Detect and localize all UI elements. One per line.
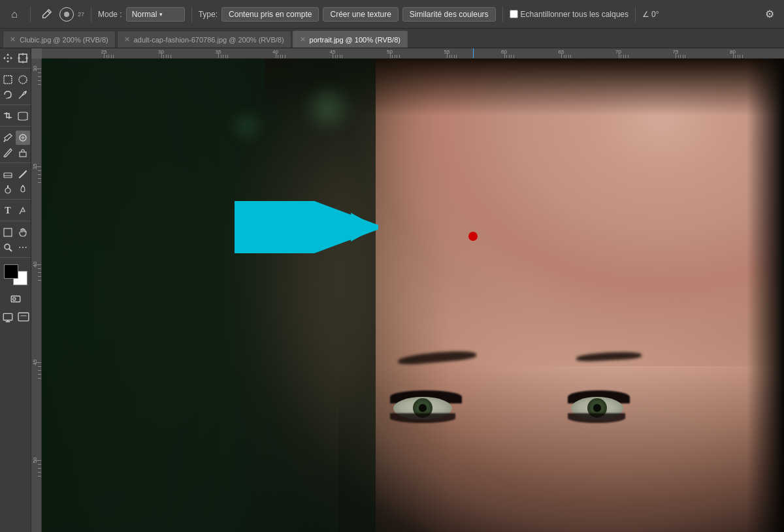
color-swatches	[4, 264, 27, 285]
tool-group-transform	[0, 109, 31, 127]
zoom-tool[interactable]	[1, 240, 15, 255]
pen-tool[interactable]	[16, 87, 30, 102]
ruler-horizontal: 25303540455055606570758085	[42, 48, 784, 59]
svg-rect-24	[18, 313, 29, 321]
text-tool[interactable]: T	[1, 204, 15, 218]
smudge-tool[interactable]	[16, 167, 30, 181]
eraser-tool[interactable]	[1, 167, 15, 181]
tool-group-text: T	[0, 204, 31, 221]
bokeh-1	[302, 82, 354, 134]
brush-size-display[interactable]: 27	[78, 11, 84, 18]
toolbar-separator-1	[30, 7, 31, 22]
brush-size-value: 27	[78, 11, 84, 18]
sample-all-layers-checkbox[interactable]: Echantillonner tous les calques	[510, 10, 629, 19]
svg-point-8	[25, 91, 27, 93]
toolbar-separator-3	[191, 7, 192, 22]
tab-portrait-label: portrait.jpg @ 100% (RVB/8)	[310, 36, 400, 44]
tab-adult-cap-label: adult-cap-fashion-670786.jpg @ 200% (RVB…	[134, 36, 284, 44]
angle-control[interactable]: ∠ 0°	[642, 10, 659, 19]
tab-clubic[interactable]: ✕ Clubic.jpg @ 200% (RVB/8)	[3, 31, 116, 48]
extra-tools[interactable]: ⋯	[16, 240, 30, 255]
brush-preview[interactable]	[59, 7, 74, 22]
tab-clubic-label: Clubic.jpg @ 200% (RVB/8)	[20, 36, 108, 44]
portrait-image	[42, 59, 784, 532]
toolbox: T ⋯	[0, 48, 31, 532]
angle-icon: ∠	[642, 10, 649, 19]
type-label: Type:	[199, 10, 218, 19]
tab-close-icon-2[interactable]: ✕	[124, 35, 130, 44]
toolbar-separator-4	[502, 7, 503, 22]
svg-point-17	[5, 244, 10, 249]
artboard-tool[interactable]	[16, 51, 30, 65]
hand-tool[interactable]	[16, 225, 30, 240]
main-area: T ⋯	[0, 48, 784, 532]
healing-spot-tool[interactable]	[16, 131, 30, 145]
svg-rect-16	[4, 228, 12, 236]
tool-group-tone	[0, 167, 31, 200]
sample-all-layers-input[interactable]	[510, 10, 518, 18]
marquee-ellipse-tool[interactable]	[16, 72, 30, 87]
tool-group-paint	[0, 131, 31, 163]
svg-rect-6	[4, 76, 12, 84]
shape-tool[interactable]	[1, 225, 15, 240]
mode-value: Normal	[132, 10, 157, 19]
foreground-color-swatch[interactable]	[4, 264, 18, 279]
home-icon[interactable]: ⌂	[5, 5, 24, 23]
tab-close-icon[interactable]: ✕	[10, 35, 16, 44]
stamp-tool[interactable]	[16, 146, 30, 160]
marquee-rect-tool[interactable]	[1, 72, 15, 87]
color-similarity-button[interactable]: Similarité des couleurs	[402, 7, 496, 22]
burn-tool[interactable]	[16, 182, 30, 196]
svg-point-20	[12, 298, 16, 301]
ruler-vertical: 303540455055606570	[31, 59, 42, 532]
crop-tool[interactable]	[1, 109, 15, 123]
svg-point-14	[5, 188, 10, 193]
mode-label: Mode :	[98, 10, 122, 19]
bokeh-2	[227, 106, 267, 146]
chevron-down-icon: ▾	[159, 11, 163, 18]
lash-shadow	[338, 366, 784, 532]
screen-mode-icon[interactable]	[1, 310, 15, 324]
svg-rect-0	[7, 57, 8, 59]
window-icon[interactable]	[16, 310, 31, 324]
perspective-crop-tool[interactable]	[16, 109, 30, 123]
toolbar-separator-2	[91, 7, 91, 22]
brush-tool[interactable]	[1, 146, 15, 160]
quick-mask-area	[8, 292, 23, 306]
sample-all-layers-label: Echantillonner tous les calques	[521, 10, 629, 19]
tool-group-marquee	[0, 72, 31, 105]
svg-line-18	[9, 249, 12, 251]
main-toolbar: ⌂ 27 Mode : Normal ▾ Type: Contenu pris …	[0, 0, 784, 29]
image-container[interactable]	[42, 59, 784, 532]
quick-mask-icon[interactable]	[8, 292, 23, 306]
tab-adult-cap[interactable]: ✕ adult-cap-fashion-670786.jpg @ 200% (R…	[117, 31, 291, 48]
settings-icon[interactable]: ⚙	[760, 5, 779, 23]
red-dot-marker	[468, 232, 478, 241]
dodge-tool[interactable]	[1, 182, 15, 196]
path-select-tool[interactable]	[16, 204, 30, 218]
type-content-aware-button[interactable]: Contenu pris en compte	[221, 7, 319, 22]
healing-brush-icon[interactable]	[37, 5, 56, 23]
svg-rect-12	[20, 152, 26, 157]
svg-point-7	[19, 76, 27, 84]
svg-rect-21	[3, 313, 12, 320]
mode-dropdown[interactable]: Normal ▾	[126, 7, 185, 22]
canvas-area: 25303540455055606570758085 3035404550556…	[31, 48, 784, 532]
eyedropper-tool[interactable]	[1, 131, 15, 145]
lasso-tool[interactable]	[1, 87, 15, 102]
move-tool[interactable]	[1, 51, 15, 65]
tab-portrait[interactable]: ✕ portrait.jpg @ 100% (RVB/8)	[293, 31, 408, 48]
tab-bar: ✕ Clubic.jpg @ 200% (RVB/8) ✕ adult-cap-…	[0, 29, 784, 48]
toolbar-separator-5	[635, 7, 636, 22]
tool-group-view: ⋯	[0, 225, 31, 258]
angle-value: 0°	[651, 10, 659, 19]
tab-close-icon-3[interactable]: ✕	[300, 35, 306, 44]
create-texture-button[interactable]: Créer une texture	[323, 7, 398, 22]
tool-group-select	[0, 51, 31, 69]
screen-mode-area	[1, 310, 31, 324]
